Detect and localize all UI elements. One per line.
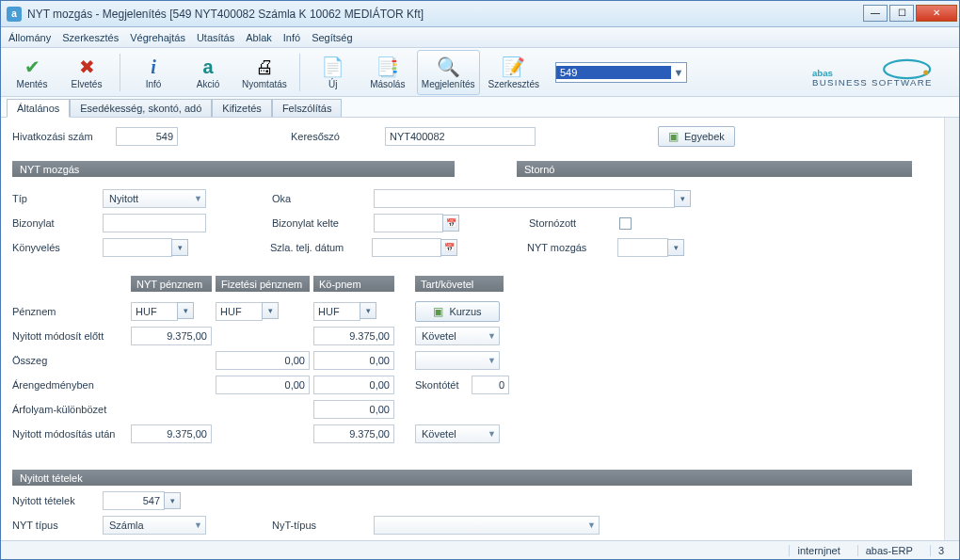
section-nyt-mozgas: NYT mozgás <box>12 161 455 177</box>
tab-esedekesseg[interactable]: Esedékesség, skontó, adó <box>70 99 212 117</box>
save-button[interactable]: ✔ Mentés <box>7 50 57 95</box>
osszeg-fiz: 0,00 <box>216 351 310 370</box>
chevron-down-icon: ▼ <box>194 194 202 203</box>
menu-ablak[interactable]: Ablak <box>246 32 272 43</box>
status-sys: abas-ERP <box>857 545 920 556</box>
window-buttons: — ☐ ✕ <box>861 5 957 24</box>
nyt-t-tipus-combo[interactable]: ▼ <box>374 516 600 535</box>
bizonylat-input[interactable] <box>103 214 206 232</box>
menu-allomany[interactable]: Állomány <box>8 32 51 43</box>
stornozott-checkbox[interactable] <box>619 217 632 230</box>
tip-combo[interactable]: Nyitott ▼ <box>103 189 206 208</box>
copy-button[interactable]: 📑 Másolás <box>362 50 413 95</box>
tab-kifizetes[interactable]: Kifizetés <box>212 99 272 117</box>
bizonylat-label: Bizonylat <box>12 217 103 229</box>
tab-felszolitas[interactable]: Felszólítás <box>272 99 343 117</box>
fiz-penznem-value: HUF <box>216 302 263 321</box>
nyt-tipus-combo[interactable]: Számla▼ <box>103 516 206 535</box>
menu-segitseg[interactable]: Segítség <box>312 32 352 43</box>
tabbar: Általános Esedékesség, skontó, adó Kifiz… <box>1 97 959 118</box>
others-button[interactable]: ▣ Egyebek <box>658 126 735 147</box>
vertical-scrollbar[interactable] <box>944 118 959 540</box>
calendar-icon[interactable]: 📅 <box>440 239 457 256</box>
tab-altalanos[interactable]: Általános <box>7 99 70 118</box>
nyt-t-tipus-label: NyT-típus <box>272 520 374 531</box>
bizonylat-kelte-label: Bizonylat kelte <box>272 217 374 229</box>
nyt-mozgas-input[interactable] <box>617 238 668 257</box>
window-title: NYT mozgás - Megjelenítés [549 NYT400082… <box>27 8 861 21</box>
arengedmeny-label: Árengedményben <box>12 379 127 391</box>
printer-icon: 🖨 <box>255 55 274 79</box>
section-nyitott-tetelek: Nyitott tételek <box>12 470 912 486</box>
lookup-icon[interactable]: ▾ <box>262 302 279 319</box>
konyveles-input[interactable] <box>103 238 172 257</box>
osszeg-ko: 0,00 <box>313 351 394 370</box>
action-button[interactable]: a Akció <box>183 50 233 95</box>
konyveles-label: Könyvelés <box>12 242 103 253</box>
plus-icon: ▣ <box>433 305 443 318</box>
menubar: Állomány Szerkesztés Végrehajtás Utasítá… <box>1 27 959 48</box>
edit-doc-icon: 📝 <box>502 55 525 79</box>
lookup-icon[interactable]: ▾ <box>164 492 181 509</box>
titlebar: a NYT mozgás - Megjelenítés [549 NYT4000… <box>1 1 959 27</box>
brand-logo: abas BUSINESS SOFTWARE <box>812 56 944 89</box>
szla-telj-label: Szla. telj. dátum <box>270 242 372 253</box>
discard-button[interactable]: ✖ Elvetés <box>61 50 112 95</box>
skontotet-label: Skontótét <box>415 379 468 391</box>
oka-input[interactable] <box>374 189 675 208</box>
kovetel-combo-1[interactable]: Követel▼ <box>415 327 500 345</box>
chevron-down-icon: ▼ <box>587 520 596 530</box>
status-page: 3 <box>930 545 952 556</box>
new-button[interactable]: 📄 Új <box>308 50 359 95</box>
szla-telj-input[interactable] <box>372 238 441 257</box>
oka-lookup[interactable]: ▾ <box>674 190 691 207</box>
nyitott-elott-nyt: 9.375,00 <box>131 327 212 345</box>
menu-vegrehajtas[interactable]: Végrehajtás <box>130 32 185 43</box>
lookup-icon[interactable]: ▾ <box>177 302 194 319</box>
svg-text:abas: abas <box>812 67 833 77</box>
penznem-label: Pénznem <box>12 306 127 317</box>
check-icon: ✔ <box>24 55 40 79</box>
close-button[interactable]: ✕ <box>916 5 957 22</box>
konyveles-lookup[interactable]: ▾ <box>171 239 188 256</box>
toolbar-combo[interactable]: 549 ▼ <box>555 62 687 83</box>
plus-icon: ▣ <box>668 130 679 143</box>
nyt-mozgas-lookup[interactable]: ▾ <box>667 239 684 256</box>
oka-label: Oka <box>272 193 374 204</box>
kovetel-combo-2[interactable]: Követel▼ <box>415 424 500 443</box>
chevron-down-icon: ▼ <box>194 520 202 530</box>
section-storno: Stornó <box>517 161 912 177</box>
chevron-down-icon: ▼ <box>671 67 686 78</box>
nyt-tipus-label: NYT típus <box>12 520 103 531</box>
content-area: Hivatkozási szám 549 Keresőszó NYT400082… <box>1 118 959 540</box>
nyitott-tetelek-value: 547 <box>103 491 165 510</box>
arengedmeny-ko: 0,00 <box>313 376 394 394</box>
search-label: Keresőszó <box>291 131 385 142</box>
minimize-button[interactable]: — <box>863 5 888 22</box>
info-icon: i <box>151 55 156 79</box>
maximize-button[interactable]: ☐ <box>889 5 914 22</box>
new-doc-icon: 📄 <box>321 55 344 79</box>
view-button[interactable]: 🔍 Megjelenítés <box>417 50 480 95</box>
statusbar: internjnet abas-ERP 3 <box>1 540 959 559</box>
app-icon: a <box>7 7 22 22</box>
edit-button[interactable]: 📝 Szerkesztés <box>484 50 544 95</box>
nyitott-elott-label: Nyitott módosít előtt <box>12 330 127 342</box>
separator <box>299 54 300 91</box>
calendar-icon[interactable]: 📅 <box>442 215 459 232</box>
nyt-mozgas-label: NYT mozgás <box>527 242 617 253</box>
menu-szerkesztes[interactable]: Szerkesztés <box>62 32 119 43</box>
osszeg-combo[interactable]: ▼ <box>415 351 500 370</box>
copy-icon: 📑 <box>376 55 399 79</box>
ref-value: 549 <box>116 127 178 146</box>
nyt-penznem-value: HUF <box>131 302 178 321</box>
lookup-icon[interactable]: ▾ <box>360 302 376 319</box>
menu-utasitas[interactable]: Utasítás <box>197 32 234 43</box>
kurzus-button[interactable]: ▣ Kurzus <box>415 301 500 322</box>
magnifier-icon: 🔍 <box>437 55 460 79</box>
info-button[interactable]: i Infó <box>128 50 179 95</box>
menu-info[interactable]: Infó <box>283 32 300 43</box>
bizonylat-kelte-input[interactable] <box>374 214 443 232</box>
chevron-down-icon: ▼ <box>488 429 496 439</box>
print-button[interactable]: 🖨 Nyomtatás <box>237 50 292 95</box>
